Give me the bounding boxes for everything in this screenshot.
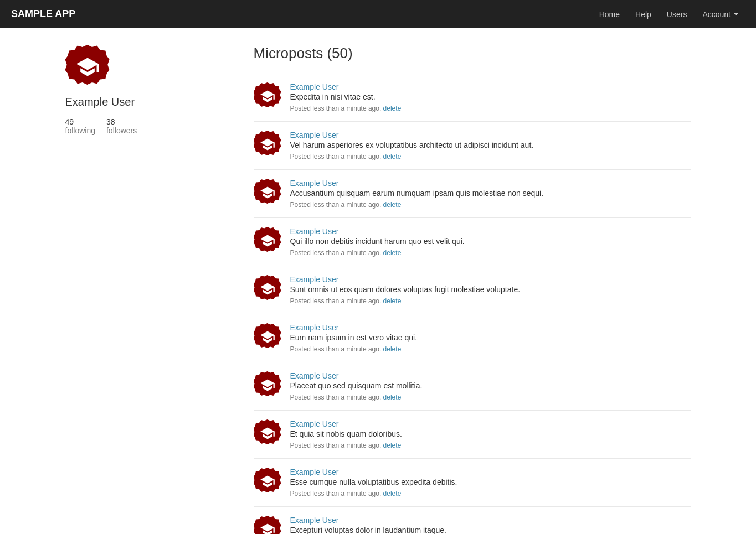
sidebar: Example User 49 following 38 followers (65, 45, 232, 534)
micropost-avatar (254, 82, 281, 110)
list-item: Example User Sunt omnis ut eos quam dolo… (254, 266, 691, 314)
main-container: Example User 49 following 38 followers M… (54, 28, 702, 534)
graduation-cap-icon (260, 89, 275, 104)
micropost-avatar (254, 323, 281, 351)
micropost-avatar (254, 131, 281, 158)
micropost-meta: Posted less than a minute ago. delete (290, 490, 402, 497)
micropost-text: Vel harum asperiores ex voluptatibus arc… (290, 141, 691, 149)
graduation-cap-icon (260, 426, 275, 441)
list-item: Example User Placeat quo sed quisquam es… (254, 362, 691, 411)
micropost-text: Qui illo non debitis incidunt harum quo … (290, 237, 691, 246)
followers-stat: 38 followers (106, 117, 137, 135)
followers-count: 38 (106, 117, 137, 126)
micropost-user-link[interactable]: Example User (290, 323, 691, 332)
delete-link[interactable]: delete (383, 297, 402, 305)
graduation-cap-icon (260, 522, 275, 534)
delete-link[interactable]: delete (383, 490, 402, 497)
microposts-list: Example User Expedita in nisi vitae est.… (254, 74, 691, 534)
following-label: following (65, 126, 95, 135)
micropost-content: Example User Placeat quo sed quisquam es… (290, 371, 691, 401)
micropost-text: Accusantium quisquam earum numquam ipsam… (290, 189, 691, 198)
delete-link[interactable]: delete (383, 153, 402, 160)
micropost-avatar (254, 179, 281, 206)
nav-users[interactable]: Users (660, 6, 694, 23)
micropost-user-link[interactable]: Example User (290, 371, 691, 380)
list-item: Example User Expedita in nisi vitae est.… (254, 74, 691, 122)
navbar-brand[interactable]: SAMPLE APP (11, 8, 75, 20)
account-dropdown-icon (734, 13, 738, 15)
micropost-meta: Posted less than a minute ago. delete (290, 201, 402, 209)
micropost-content: Example User Accusantium quisquam earum … (290, 179, 691, 209)
list-item: Example User Accusantium quisquam earum … (254, 170, 691, 218)
micropost-meta: Posted less than a minute ago. delete (290, 297, 402, 305)
micropost-content: Example User Esse cumque nulla voluptati… (290, 468, 691, 497)
micropost-avatar (254, 516, 281, 534)
micropost-meta: Posted less than a minute ago. delete (290, 153, 402, 160)
micropost-text: Esse cumque nulla voluptatibus expedita … (290, 478, 691, 486)
delete-link[interactable]: delete (383, 249, 402, 257)
graduation-cap-icon (260, 281, 275, 297)
micropost-content: Example User Expedita in nisi vitae est.… (290, 82, 691, 112)
micropost-avatar (254, 419, 281, 447)
micropost-user-link[interactable]: Example User (290, 419, 691, 428)
micropost-meta: Posted less than a minute ago. delete (290, 442, 402, 449)
micropost-text: Placeat quo sed quisquam est mollitia. (290, 381, 691, 390)
list-item: Example User Eum nam ipsum in est vero v… (254, 314, 691, 362)
micropost-user-link[interactable]: Example User (290, 82, 691, 91)
micropost-text: Et quia sit nobis quam doloribus. (290, 429, 691, 438)
micropost-content: Example User Vel harum asperiores ex vol… (290, 131, 691, 160)
micropost-text: Expedita in nisi vitae est. (290, 92, 691, 101)
followers-label: followers (106, 126, 137, 135)
list-item: Example User Et quia sit nobis quam dolo… (254, 411, 691, 459)
graduation-cap-icon (260, 185, 275, 200)
following-stat: 49 following (65, 117, 95, 135)
micropost-avatar (254, 468, 281, 495)
delete-link[interactable]: delete (383, 393, 402, 401)
list-item: Example User Excepturi voluptas dolor in… (254, 507, 691, 534)
sidebar-user-name: Example User (65, 96, 232, 108)
micropost-text: Eum nam ipsum in est vero vitae qui. (290, 333, 691, 342)
micropost-user-link[interactable]: Example User (290, 275, 691, 284)
graduation-cap-icon (260, 137, 275, 152)
navbar: SAMPLE APP Home Help Users Account (0, 0, 756, 28)
graduation-cap-icon (260, 329, 275, 345)
graduation-cap-icon (260, 377, 275, 393)
nav-home[interactable]: Home (593, 6, 626, 23)
delete-link[interactable]: delete (383, 201, 402, 209)
nav-help[interactable]: Help (629, 6, 658, 23)
micropost-content: Example User Et quia sit nobis quam dolo… (290, 419, 691, 449)
graduation-cap-icon (75, 55, 100, 79)
micropost-text: Sunt omnis ut eos quam dolores voluptas … (290, 285, 691, 294)
user-avatar-badge (65, 45, 110, 89)
micropost-content: Example User Sunt omnis ut eos quam dolo… (290, 275, 691, 305)
micropost-user-link[interactable]: Example User (290, 227, 691, 236)
list-item: Example User Esse cumque nulla voluptati… (254, 459, 691, 507)
micropost-user-link[interactable]: Example User (290, 131, 691, 139)
micropost-text: Excepturi voluptas dolor in laudantium i… (290, 526, 691, 534)
micropost-user-link[interactable]: Example User (290, 468, 691, 476)
micropost-avatar (254, 227, 281, 255)
micropost-user-link[interactable]: Example User (290, 516, 691, 525)
delete-link[interactable]: delete (383, 105, 402, 112)
graduation-cap-icon (260, 233, 275, 248)
delete-link[interactable]: delete (383, 442, 402, 449)
micropost-meta: Posted less than a minute ago. delete (290, 105, 402, 112)
micropost-user-link[interactable]: Example User (290, 179, 691, 188)
micropost-content: Example User Qui illo non debitis incidu… (290, 227, 691, 257)
micropost-avatar (254, 275, 281, 303)
micropost-meta: Posted less than a minute ago. delete (290, 345, 402, 353)
micropost-avatar (254, 371, 281, 399)
graduation-cap-icon (260, 474, 275, 489)
list-item: Example User Vel harum asperiores ex vol… (254, 122, 691, 170)
main-content: Microposts (50) Example User Expedita in… (254, 45, 691, 534)
micropost-content: Example User Eum nam ipsum in est vero v… (290, 323, 691, 353)
list-item: Example User Qui illo non debitis incidu… (254, 218, 691, 266)
micropost-content: Example User Excepturi voluptas dolor in… (290, 516, 691, 534)
micropost-meta: Posted less than a minute ago. delete (290, 393, 402, 401)
delete-link[interactable]: delete (383, 345, 402, 353)
microposts-title: Microposts (50) (254, 45, 691, 68)
nav-account[interactable]: Account (696, 6, 745, 23)
account-label: Account (702, 10, 731, 19)
micropost-meta: Posted less than a minute ago. delete (290, 249, 402, 257)
following-count: 49 (65, 117, 95, 126)
